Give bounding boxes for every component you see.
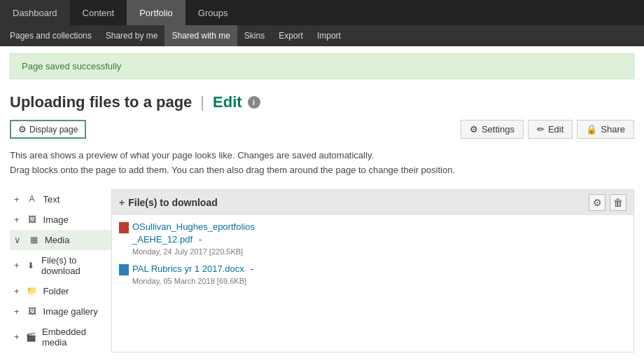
- file-name-1a: OSullivan_Hughes_eportfolios: [132, 221, 255, 233]
- sidebar-media-label: Media: [45, 235, 69, 245]
- plus-icon: +: [14, 306, 20, 317]
- sub-navigation: Pages and collections Shared by me Share…: [0, 25, 644, 46]
- toolbar-row: ⚙ Display page ⚙ Settings ✏ Edit 🔒 Share: [10, 120, 634, 139]
- description-text: This area shows a preview of what your p…: [10, 149, 634, 178]
- subnav-shared-by-me[interactable]: Shared by me: [99, 25, 165, 46]
- settings-icon: ⚙: [470, 124, 478, 135]
- right-action-buttons: ⚙ Settings ✏ Edit 🔒 Share: [461, 120, 634, 139]
- nav-dashboard[interactable]: Dashboard: [0, 0, 70, 25]
- embedded-media-icon: 🎬: [26, 332, 37, 342]
- sidebar-embedded-label: Embedded media: [42, 327, 107, 348]
- sidebar-folder-label: Folder: [43, 286, 69, 296]
- subnav-shared-with-me[interactable]: Shared with me: [164, 25, 237, 46]
- block-sidebar: + A Text + 🖼 Image ∨ ▦ Media + ⬇ File(s)…: [10, 189, 111, 352]
- file-list: OSullivan_Hughes_eportfolios _AEHE_12.pd…: [112, 215, 634, 299]
- edit-button[interactable]: ✏ Edit: [528, 120, 573, 139]
- sidebar-item-image[interactable]: + 🖼 Image: [10, 210, 111, 230]
- gear-icon: ⚙: [18, 124, 27, 135]
- plus-icon: +: [14, 214, 20, 225]
- file-block-title-text: File(s) to download: [128, 197, 218, 208]
- file-name-1b: _AEHE_12.pdf: [132, 233, 192, 246]
- description-line2: Drag blocks onto the page to add them. Y…: [10, 163, 634, 178]
- docx-file-icon: [119, 264, 129, 275]
- sidebar-item-embedded-media[interactable]: + 🎬 Embedded media: [10, 322, 111, 352]
- subnav-pages-collections[interactable]: Pages and collections: [3, 25, 99, 46]
- page-title: Uploading files to a page: [10, 93, 192, 111]
- sidebar-item-image-gallery[interactable]: + 🖼 Image gallery: [10, 301, 111, 322]
- share-button[interactable]: 🔒 Share: [577, 120, 634, 139]
- page-title-edit-link[interactable]: Edit: [213, 93, 242, 111]
- subnav-import[interactable]: Import: [310, 25, 348, 46]
- subnav-skins[interactable]: Skins: [237, 25, 272, 46]
- file-item: OSullivan_Hughes_eportfolios _AEHE_12.pd…: [119, 221, 626, 256]
- file-download-icon: ⬇: [26, 261, 36, 270]
- file-dash-1: -: [199, 233, 202, 246]
- lock-icon: 🔒: [586, 124, 597, 135]
- image-gallery-icon: 🖼: [26, 306, 38, 316]
- file-block-plus-icon: +: [119, 197, 125, 208]
- block-delete-icon[interactable]: 🗑: [610, 194, 626, 211]
- description-line1: This area shows a preview of what your p…: [10, 149, 634, 163]
- block-settings-icon[interactable]: ⚙: [589, 194, 606, 211]
- file-block: + File(s) to download ⚙ 🗑 OSullivan_Hugh…: [111, 189, 634, 352]
- sidebar-item-folder[interactable]: + 📁 Folder: [10, 281, 111, 301]
- info-icon[interactable]: i: [248, 96, 260, 109]
- file-name-2: PAL Rubrics yr 1 2017.docx: [132, 263, 244, 275]
- text-icon: A: [26, 194, 38, 204]
- share-label: Share: [601, 124, 625, 135]
- image-icon: 🖼: [26, 214, 38, 224]
- settings-button[interactable]: ⚙ Settings: [461, 120, 524, 139]
- file-item: PAL Rubrics yr 1 2017.docx - Monday, 05 …: [119, 263, 626, 285]
- pencil-icon: ✏: [537, 124, 545, 135]
- sidebar-text-label: Text: [43, 194, 60, 205]
- media-icon: ▦: [27, 235, 40, 245]
- file-block-header: + File(s) to download ⚙ 🗑: [112, 190, 634, 215]
- plus-icon: +: [14, 260, 20, 270]
- plus-icon: +: [14, 194, 20, 205]
- sidebar-image-label: Image: [43, 214, 69, 225]
- top-navigation: Dashboard Content Portfolio Groups: [0, 0, 644, 25]
- page-title-row: Uploading files to a page | Edit i: [10, 93, 634, 111]
- edit-label: Edit: [548, 124, 564, 135]
- nav-content[interactable]: Content: [70, 0, 127, 25]
- sidebar-file-label: File(s) to download: [41, 255, 107, 276]
- nav-groups[interactable]: Groups: [186, 0, 241, 25]
- chevron-down-icon: ∨: [14, 235, 21, 245]
- subnav-export[interactable]: Export: [272, 25, 310, 46]
- pdf-file-icon: [119, 222, 129, 233]
- success-message: Page saved successfully: [22, 61, 121, 71]
- block-action-icons: ⚙ 🗑: [589, 194, 626, 211]
- sidebar-item-media[interactable]: ∨ ▦ Media: [10, 230, 111, 250]
- plus-icon: +: [14, 286, 20, 296]
- settings-label: Settings: [482, 124, 514, 135]
- display-page-label: Display page: [29, 125, 78, 135]
- file-link-1b[interactable]: _AEHE_12.pdf -: [132, 233, 255, 246]
- success-banner: Page saved successfully: [10, 53, 634, 79]
- file-meta-2: Monday, 05 March 2018 [69.6KB]: [119, 277, 626, 285]
- title-separator: |: [200, 93, 204, 111]
- main-layout: + A Text + 🖼 Image ∨ ▦ Media + ⬇ File(s)…: [10, 189, 634, 352]
- display-page-button[interactable]: ⚙ Display page: [10, 120, 86, 139]
- file-link-1[interactable]: OSullivan_Hughes_eportfolios: [132, 221, 255, 233]
- sidebar-item-file-download[interactable]: + ⬇ File(s) to download: [10, 250, 111, 281]
- sidebar-item-text[interactable]: + A Text: [10, 189, 111, 210]
- file-meta-1: Monday, 24 July 2017 [220.5KB]: [119, 247, 626, 256]
- file-link-2[interactable]: PAL Rubrics yr 1 2017.docx -: [132, 263, 253, 275]
- nav-portfolio[interactable]: Portfolio: [127, 0, 186, 25]
- plus-icon: +: [14, 331, 20, 342]
- page-content: Uploading files to a page | Edit i ⚙ Dis…: [0, 86, 644, 359]
- file-block-title: + File(s) to download: [119, 197, 218, 208]
- folder-icon: 📁: [26, 286, 38, 296]
- sidebar-gallery-label: Image gallery: [43, 306, 98, 317]
- file-dash-2: -: [251, 263, 253, 275]
